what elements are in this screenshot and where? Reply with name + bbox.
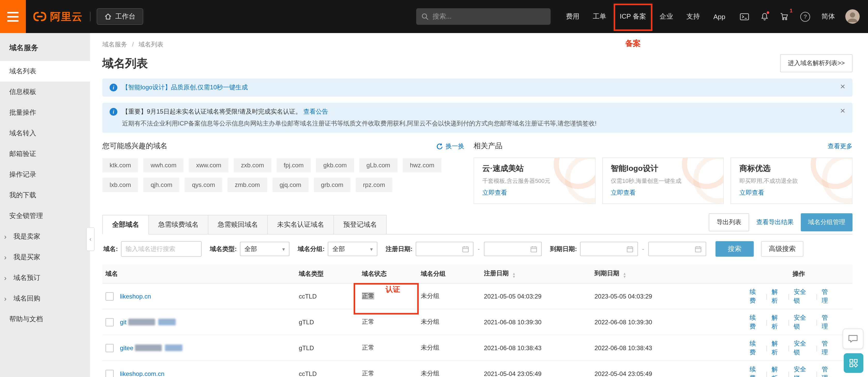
renew-link[interactable]: 续费 xyxy=(750,313,762,331)
renew-link[interactable]: 续费 xyxy=(750,365,762,377)
sidebar-item[interactable]: › 域名回购 xyxy=(0,288,90,309)
renew-link[interactable]: 续费 xyxy=(750,287,762,305)
suggested-domain-chip[interactable]: fpj.com xyxy=(276,158,311,172)
search-button[interactable]: 搜索 xyxy=(715,241,754,257)
resolve-link[interactable]: 解析 xyxy=(772,365,784,377)
suggested-domain-chip[interactable]: zmb.com xyxy=(227,178,267,192)
row-checkbox[interactable] xyxy=(105,344,114,352)
sidebar-item[interactable]: › 我是买家 xyxy=(0,247,90,268)
sidebar-item[interactable]: › 信息模板 xyxy=(0,81,90,102)
suggested-domain-chip[interactable]: hwz.com xyxy=(403,158,442,172)
suggested-domain-chip[interactable]: gkb.com xyxy=(316,158,354,172)
quick-apps-button[interactable] xyxy=(844,353,863,373)
sidebar-item[interactable]: › 批量操作 xyxy=(0,102,90,123)
sidebar-collapse-handle[interactable]: ‹ xyxy=(86,227,95,251)
suggested-domain-chip[interactable]: qjh.com xyxy=(144,178,180,192)
domain-link[interactable]: git xyxy=(120,318,126,325)
resolve-link[interactable]: 解析 xyxy=(772,339,784,356)
topbar-search-input[interactable]: 搜索... xyxy=(416,8,551,25)
security-lock-link[interactable]: 安全锁 xyxy=(794,365,812,377)
security-lock-link[interactable]: 安全锁 xyxy=(794,339,812,356)
domain-link[interactable]: gitee xyxy=(120,344,133,351)
view-now-link[interactable]: 立即查看 xyxy=(611,188,636,197)
sidebar-item[interactable]: › 域名转入 xyxy=(0,123,90,144)
suggested-domain-chip[interactable]: gLb.com xyxy=(359,158,398,172)
domain-group-manage-button[interactable]: 域名分组管理 xyxy=(801,213,852,231)
sidebar-item[interactable]: › 域名列表 xyxy=(0,61,90,81)
suggested-domain-chip[interactable]: ktk.com xyxy=(102,158,138,172)
exp-date-start-input[interactable] xyxy=(580,242,638,256)
suggested-domain-chip[interactable]: wwh.com xyxy=(144,158,184,172)
topbar-nav-item[interactable]: ICP 备案 备案 xyxy=(620,12,646,21)
topbar-nav-item[interactable]: 企业 备案 xyxy=(660,12,673,21)
sort-icon[interactable]: ▴▾ xyxy=(513,272,515,278)
row-checkbox[interactable] xyxy=(105,292,114,300)
domain-link[interactable]: likeshop.com.cn xyxy=(120,370,164,377)
suggested-domain-chip[interactable]: zxb.com xyxy=(234,158,271,172)
manage-link[interactable]: 管理 xyxy=(822,339,834,356)
domain-type-select[interactable]: 全部 ▾ xyxy=(240,242,289,256)
security-lock-link[interactable]: 安全锁 xyxy=(794,287,812,305)
manage-link[interactable]: 管理 xyxy=(822,287,834,305)
hamburger-menu-button[interactable] xyxy=(0,0,26,33)
sidebar-item[interactable]: › 帮助与文档 xyxy=(0,309,90,330)
language-switch[interactable]: 简体 xyxy=(822,12,835,21)
breadcrumb-domain-service[interactable]: 域名服务 xyxy=(102,41,127,48)
suggested-domain-chip[interactable]: gjq.com xyxy=(273,178,309,192)
banner-promo-link[interactable]: 【智能logo设计】品质原创,仅需10秒一键生成 xyxy=(122,83,248,92)
view-announcement-link[interactable]: 查看公告 xyxy=(303,108,328,115)
notifications-bell-icon[interactable] xyxy=(761,12,769,21)
sidebar-item[interactable]: › 域名预订 xyxy=(0,268,90,288)
export-list-button[interactable]: 导出列表 xyxy=(709,213,749,231)
advanced-search-button[interactable]: 高级搜索 xyxy=(761,241,803,257)
suggested-domain-chip[interactable]: xww.com xyxy=(189,158,228,172)
view-more-link[interactable]: 查看更多 xyxy=(828,142,852,150)
row-checkbox[interactable] xyxy=(105,370,114,377)
suggested-domain-chip[interactable]: qys.com xyxy=(185,178,222,192)
reg-date-start-input[interactable] xyxy=(416,242,473,256)
domain-search-input[interactable] xyxy=(121,241,202,257)
security-lock-link[interactable]: 安全锁 xyxy=(794,313,812,331)
row-checkbox[interactable] xyxy=(105,318,114,326)
sidebar-item[interactable]: › 操作记录 xyxy=(0,164,90,185)
renew-link[interactable]: 续费 xyxy=(750,339,762,356)
tab[interactable]: 急需续费域名 xyxy=(148,215,208,235)
console-terminal-icon[interactable] xyxy=(740,13,749,21)
view-export-result-link[interactable]: 查看导出结果 xyxy=(756,218,794,227)
avatar[interactable] xyxy=(845,9,860,24)
header-reg-date-sort[interactable]: 注册日期 ▴▾ xyxy=(484,269,594,278)
sort-icon[interactable]: ▴▾ xyxy=(624,272,625,278)
aliyun-logo[interactable]: 阿里云 xyxy=(26,9,89,24)
sidebar-item[interactable]: › 安全锁管理 xyxy=(0,206,90,226)
manage-link[interactable]: 管理 xyxy=(822,313,834,331)
tab[interactable]: 未实名认证域名 xyxy=(267,215,334,235)
topbar-nav-item[interactable]: 费用 备案 xyxy=(566,12,580,21)
help-icon[interactable]: ? xyxy=(800,12,810,22)
close-icon[interactable]: × xyxy=(840,106,845,115)
sidebar-item[interactable]: › 邮箱验证 xyxy=(0,144,90,164)
topbar-nav-item[interactable]: 支持 备案 xyxy=(686,12,700,21)
exp-date-end-input[interactable] xyxy=(648,242,706,256)
sidebar-item[interactable]: › 我是卖家 xyxy=(0,226,90,247)
manage-link[interactable]: 管理 xyxy=(822,365,834,377)
resolve-link[interactable]: 解析 xyxy=(772,313,784,331)
domain-link[interactable]: likeshop.cn xyxy=(120,293,151,300)
suggested-domain-chip[interactable]: grb.com xyxy=(314,178,351,192)
header-exp-date-sort[interactable]: 到期日期 ▴▾ xyxy=(594,269,750,278)
topbar-nav-item[interactable]: 工单 备案 xyxy=(593,12,607,21)
dns-resolve-list-button[interactable]: 进入域名解析列表>> xyxy=(780,54,852,72)
tab[interactable]: 预登记域名 xyxy=(334,215,387,235)
refresh-domains-link[interactable]: 换一换 xyxy=(436,142,464,150)
view-now-link[interactable]: 立即查看 xyxy=(740,188,764,197)
resolve-link[interactable]: 解析 xyxy=(772,287,784,305)
view-now-link[interactable]: 立即查看 xyxy=(482,188,507,197)
domain-group-select[interactable]: 全部 ▾ xyxy=(328,242,377,256)
cart-icon[interactable]: 1 xyxy=(780,12,789,21)
close-icon[interactable]: × xyxy=(840,82,845,91)
reg-date-end-input[interactable] xyxy=(484,242,542,256)
tab[interactable]: 全部域名 xyxy=(102,215,149,235)
workspace-button[interactable]: 工作台 xyxy=(97,8,143,25)
topbar-nav-item[interactable]: App 备案 xyxy=(713,13,725,21)
suggested-domain-chip[interactable]: rpz.com xyxy=(356,178,392,192)
sidebar-item[interactable]: › 我的下载 xyxy=(0,185,90,206)
